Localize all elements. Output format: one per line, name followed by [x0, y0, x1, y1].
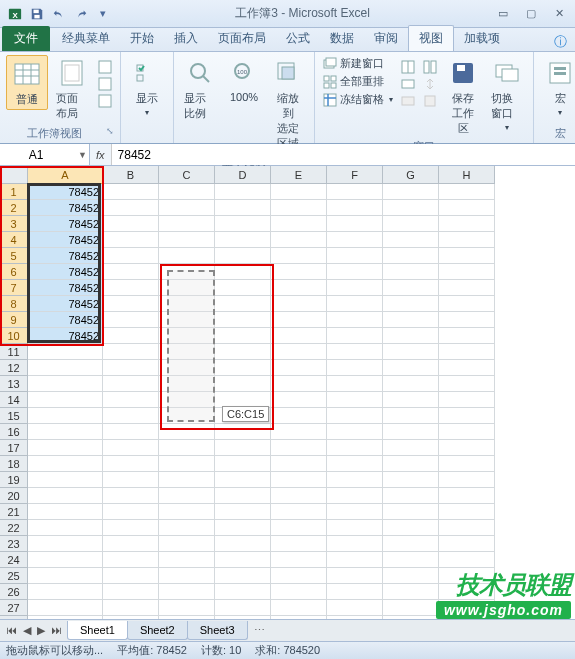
row-header-7[interactable]: 7 — [0, 280, 28, 296]
cell-G21[interactable] — [383, 504, 439, 520]
cell-E23[interactable] — [271, 536, 327, 552]
cell-E24[interactable] — [271, 552, 327, 568]
row-header-9[interactable]: 9 — [0, 312, 28, 328]
row-header-8[interactable]: 8 — [0, 296, 28, 312]
show-button[interactable]: 显示 ▾ — [127, 55, 167, 119]
sheet-nav-last-icon[interactable]: ⏭ — [49, 624, 64, 637]
cell-G11[interactable] — [383, 344, 439, 360]
cell-D7[interactable] — [215, 280, 271, 296]
fx-icon[interactable]: fx — [96, 149, 105, 161]
close-button[interactable]: ✕ — [549, 5, 569, 23]
cell-B1[interactable] — [103, 184, 159, 200]
select-all-corner[interactable] — [0, 166, 28, 184]
cell-E22[interactable] — [271, 520, 327, 536]
cell-E21[interactable] — [271, 504, 327, 520]
cell-G16[interactable] — [383, 424, 439, 440]
cell-A20[interactable] — [28, 488, 103, 504]
cell-G15[interactable] — [383, 408, 439, 424]
cell-C17[interactable] — [159, 440, 215, 456]
cell-B17[interactable] — [103, 440, 159, 456]
cell-A10[interactable]: 78452 — [28, 328, 103, 344]
cell-D27[interactable] — [215, 600, 271, 616]
cell-B16[interactable] — [103, 424, 159, 440]
arrange-all-button[interactable]: 全部重排 — [321, 73, 395, 90]
cell-B8[interactable] — [103, 296, 159, 312]
cell-H17[interactable] — [439, 440, 495, 456]
cell-B25[interactable] — [103, 568, 159, 584]
full-screen-button[interactable] — [96, 93, 114, 109]
cell-G17[interactable] — [383, 440, 439, 456]
macros-button[interactable]: 宏 ▾ — [540, 55, 575, 119]
cell-A6[interactable]: 78452 — [28, 264, 103, 280]
cell-A7[interactable]: 78452 — [28, 280, 103, 296]
redo-icon[interactable] — [72, 5, 90, 23]
cell-H8[interactable] — [439, 296, 495, 312]
sheet-nav-prev-icon[interactable]: ◀ — [21, 624, 33, 637]
cell-E10[interactable] — [271, 328, 327, 344]
cell-A1[interactable]: 78452 — [28, 184, 103, 200]
horizontal-scrollbar[interactable] — [275, 623, 571, 639]
tab-经典菜单[interactable]: 经典菜单 — [52, 26, 120, 51]
cell-H12[interactable] — [439, 360, 495, 376]
cell-H24[interactable] — [439, 552, 495, 568]
cell-E18[interactable] — [271, 456, 327, 472]
cell-B10[interactable] — [103, 328, 159, 344]
cell-A13[interactable] — [28, 376, 103, 392]
cell-E14[interactable] — [271, 392, 327, 408]
cell-H6[interactable] — [439, 264, 495, 280]
cell-D26[interactable] — [215, 584, 271, 600]
row-header-3[interactable]: 3 — [0, 216, 28, 232]
cell-G5[interactable] — [383, 248, 439, 264]
cell-F21[interactable] — [327, 504, 383, 520]
cell-A11[interactable] — [28, 344, 103, 360]
qat-dropdown-icon[interactable]: ▾ — [94, 5, 112, 23]
cell-A26[interactable] — [28, 584, 103, 600]
save-workspace-button[interactable]: 保存 工作区 — [443, 55, 483, 138]
cell-H13[interactable] — [439, 376, 495, 392]
hide-button[interactable] — [399, 76, 417, 92]
group1-launcher-icon[interactable]: ⤡ — [106, 126, 114, 136]
col-header-B[interactable]: B — [103, 166, 159, 184]
col-header-D[interactable]: D — [215, 166, 271, 184]
row-header-24[interactable]: 24 — [0, 552, 28, 568]
cell-E19[interactable] — [271, 472, 327, 488]
cell-G14[interactable] — [383, 392, 439, 408]
cell-C4[interactable] — [159, 232, 215, 248]
cell-A12[interactable] — [28, 360, 103, 376]
cell-H25[interactable] — [439, 568, 495, 584]
cell-H14[interactable] — [439, 392, 495, 408]
cell-F6[interactable] — [327, 264, 383, 280]
cell-H7[interactable] — [439, 280, 495, 296]
file-tab[interactable]: 文件 — [2, 26, 50, 51]
cell-H5[interactable] — [439, 248, 495, 264]
cell-D18[interactable] — [215, 456, 271, 472]
cell-H21[interactable] — [439, 504, 495, 520]
tab-公式[interactable]: 公式 — [276, 26, 320, 51]
cell-G8[interactable] — [383, 296, 439, 312]
row-header-16[interactable]: 16 — [0, 424, 28, 440]
cell-F26[interactable] — [327, 584, 383, 600]
cell-C26[interactable] — [159, 584, 215, 600]
cell-B13[interactable] — [103, 376, 159, 392]
cell-G23[interactable] — [383, 536, 439, 552]
cell-G2[interactable] — [383, 200, 439, 216]
cell-B3[interactable] — [103, 216, 159, 232]
cell-G9[interactable] — [383, 312, 439, 328]
cell-D9[interactable] — [215, 312, 271, 328]
cell-A19[interactable] — [28, 472, 103, 488]
cell-B9[interactable] — [103, 312, 159, 328]
cell-D16[interactable] — [215, 424, 271, 440]
cell-C23[interactable] — [159, 536, 215, 552]
cell-D5[interactable] — [215, 248, 271, 264]
cell-E4[interactable] — [271, 232, 327, 248]
cell-D8[interactable] — [215, 296, 271, 312]
row-header-17[interactable]: 17 — [0, 440, 28, 456]
cell-B19[interactable] — [103, 472, 159, 488]
name-box-input[interactable] — [6, 148, 66, 162]
cell-A25[interactable] — [28, 568, 103, 584]
cell-B18[interactable] — [103, 456, 159, 472]
cell-E12[interactable] — [271, 360, 327, 376]
cell-D13[interactable] — [215, 376, 271, 392]
cell-E7[interactable] — [271, 280, 327, 296]
row-header-10[interactable]: 10 — [0, 328, 28, 344]
